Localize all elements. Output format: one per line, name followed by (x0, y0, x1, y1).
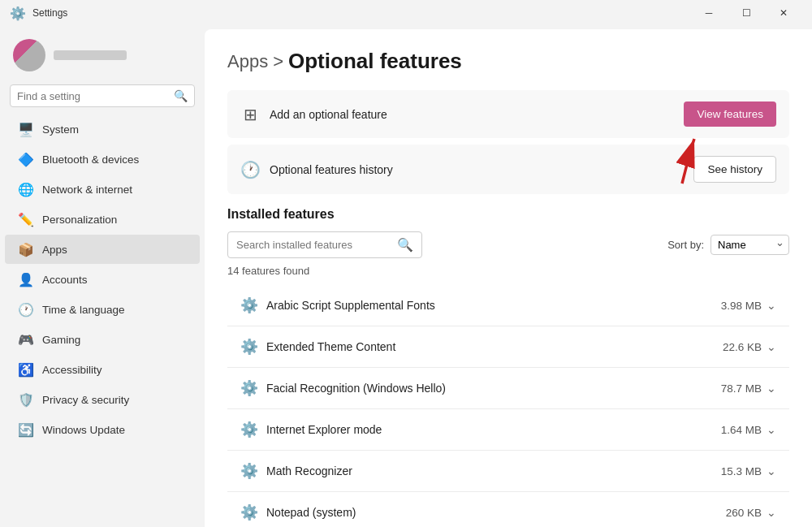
installed-item-size: 15.3 MB (721, 465, 762, 477)
installed-item-label: Internet Explorer mode (266, 423, 382, 436)
sidebar-item-time[interactable]: 🕐 Time & language (5, 295, 200, 324)
installed-item-right: 3.98 MB ⌄ (721, 299, 776, 312)
sidebar-item-label-windowsupdate: Windows Update (42, 424, 125, 436)
personalization-icon: ✏️ (18, 211, 34, 227)
sidebar-item-label-system: System (42, 123, 79, 136)
history-feature-label: Optional features history (270, 163, 393, 176)
sidebar-item-label-apps: Apps (42, 244, 67, 256)
history-feature-row: 🕐 Optional features history See history (227, 145, 789, 194)
installed-item-icon: ⚙️ (240, 338, 258, 356)
installed-item-size: 78.7 MB (721, 382, 762, 395)
installed-item-icon: ⚙️ (240, 379, 258, 397)
sort-select-wrap[interactable]: Name Size Install date (710, 235, 789, 255)
installed-search-box[interactable]: 🔍 (227, 231, 422, 258)
installed-item-icon: ⚙️ (240, 421, 258, 438)
installed-item-label: Notepad (system) (266, 506, 356, 519)
installed-item-label: Math Recognizer (266, 464, 352, 477)
chevron-down-icon: ⌄ (767, 382, 776, 395)
search-input[interactable] (17, 90, 169, 102)
installed-item-right: 15.3 MB ⌄ (721, 464, 776, 477)
chevron-down-icon: ⌄ (767, 423, 776, 436)
title-bar-title: Settings (32, 7, 684, 19)
sidebar-item-bluetooth[interactable]: 🔷 Bluetooth & devices (5, 145, 200, 174)
installed-item-left: ⚙️ Facial Recognition (Windows Hello) (240, 379, 446, 397)
installed-item-right: 1.64 MB ⌄ (721, 423, 776, 436)
accessibility-icon: ♿ (18, 361, 34, 378)
sidebar-item-privacy[interactable]: 🛡️ Privacy & security (5, 385, 200, 414)
search-box[interactable]: 🔍 (10, 84, 195, 107)
maximize-button[interactable]: ☐ (728, 0, 765, 26)
chevron-down-icon: ⌄ (767, 299, 776, 312)
bluetooth-icon: 🔷 (18, 151, 34, 167)
breadcrumb-current: Optional features (288, 49, 462, 74)
network-icon: 🌐 (18, 181, 34, 197)
app-body: 🔍 🖥️ System 🔷 Bluetooth & devices 🌐 Netw… (0, 26, 812, 527)
system-icon: 🖥️ (18, 121, 34, 137)
installed-item-right: 22.6 KB ⌄ (723, 340, 776, 353)
user-profile (0, 32, 205, 81)
sidebar-item-apps[interactable]: 📦 Apps (5, 235, 200, 264)
chevron-down-icon: ⌄ (767, 340, 776, 353)
add-feature-icon: ⊞ (240, 105, 260, 124)
list-item[interactable]: ⚙️ Internet Explorer mode 1.64 MB ⌄ (227, 409, 789, 451)
list-item[interactable]: ⚙️ Extended Theme Content 22.6 KB ⌄ (227, 326, 789, 368)
view-features-button[interactable]: View features (684, 102, 776, 127)
installed-item-label: Arabic Script Supplemental Fonts (266, 299, 435, 312)
sidebar-item-label-gaming: Gaming (42, 334, 80, 346)
chevron-down-icon: ⌄ (767, 506, 776, 519)
sidebar-item-system[interactable]: 🖥️ System (5, 114, 200, 144)
installed-item-left: ⚙️ Internet Explorer mode (240, 421, 382, 438)
list-item[interactable]: ⚙️ Facial Recognition (Windows Hello) 78… (227, 368, 789, 409)
chevron-down-icon: ⌄ (767, 464, 776, 477)
privacy-icon: 🛡️ (18, 391, 34, 408)
installed-item-size: 260 KB (726, 507, 762, 519)
installed-item-size: 1.64 MB (721, 424, 762, 436)
installed-item-right: 260 KB ⌄ (726, 506, 776, 519)
installed-item-label: Facial Recognition (Windows Hello) (266, 382, 446, 395)
installed-item-size: 22.6 KB (723, 341, 762, 353)
installed-search-input[interactable] (236, 239, 391, 251)
sidebar-item-accessibility[interactable]: ♿ Accessibility (5, 355, 200, 384)
history-icon: 🕐 (240, 160, 260, 179)
content-area: Apps > Optional features ⊞ Add an option… (205, 29, 812, 527)
sidebar-item-label-privacy: Privacy & security (42, 394, 129, 406)
sidebar-item-label-network: Network & internet (42, 184, 132, 196)
time-icon: 🕐 (18, 301, 34, 317)
sidebar-item-label-accounts: Accounts (42, 274, 88, 286)
installed-item-icon: ⚙️ (240, 503, 258, 521)
installed-search-icon: 🔍 (397, 237, 413, 253)
installed-item-left: ⚙️ Notepad (system) (240, 503, 356, 521)
windowsupdate-icon: 🔄 (18, 421, 34, 438)
search-icon: 🔍 (174, 89, 188, 102)
sidebar-item-windowsupdate[interactable]: 🔄 Windows Update (5, 415, 200, 444)
installed-item-size: 3.98 MB (721, 300, 762, 312)
installed-item-icon: ⚙️ (240, 462, 258, 480)
installed-item-icon: ⚙️ (240, 296, 258, 314)
settings-icon: ⚙️ (10, 6, 26, 21)
title-bar-controls: ─ ☐ ✕ (690, 0, 802, 26)
breadcrumb: Apps > Optional features (227, 49, 789, 74)
list-item[interactable]: ⚙️ Math Recognizer 15.3 MB ⌄ (227, 451, 789, 492)
list-item[interactable]: ⚙️ Notepad (system) 260 KB ⌄ (227, 492, 789, 527)
sidebar-item-personalization[interactable]: ✏️ Personalization (5, 205, 200, 234)
close-button[interactable]: ✕ (765, 0, 802, 26)
sort-select[interactable]: Name Size Install date (710, 235, 789, 255)
user-name (54, 50, 127, 60)
installed-item-left: ⚙️ Extended Theme Content (240, 338, 395, 356)
installed-item-right: 78.7 MB ⌄ (721, 382, 776, 395)
breadcrumb-parent[interactable]: Apps (227, 51, 268, 72)
list-item[interactable]: ⚙️ Arabic Script Supplemental Fonts 3.98… (227, 285, 789, 326)
features-count: 14 features found (227, 265, 789, 277)
sidebar-item-gaming[interactable]: 🎮 Gaming (5, 325, 200, 354)
apps-icon: 📦 (18, 241, 34, 257)
installed-features-section: Installed features 🔍 Sort by: Name Size … (227, 207, 789, 527)
see-history-button[interactable]: See history (693, 156, 776, 183)
gaming-icon: 🎮 (18, 331, 34, 348)
sidebar-item-label-accessibility: Accessibility (42, 364, 102, 376)
add-feature-row: ⊞ Add an optional feature View features (227, 90, 789, 138)
installed-item-label: Extended Theme Content (266, 340, 395, 353)
avatar (13, 39, 45, 71)
minimize-button[interactable]: ─ (690, 0, 728, 26)
sidebar-item-network[interactable]: 🌐 Network & internet (5, 175, 200, 204)
sidebar-item-accounts[interactable]: 👤 Accounts (5, 265, 200, 294)
